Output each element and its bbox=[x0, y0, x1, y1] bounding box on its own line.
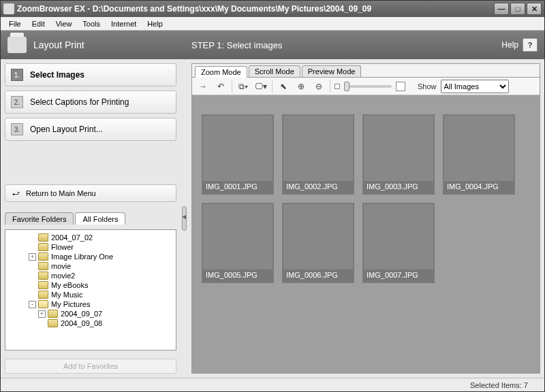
tree-item[interactable]: +Image Library One bbox=[10, 252, 174, 261]
folder-icon bbox=[38, 243, 48, 251]
tree-item-label: 2004_09_07 bbox=[61, 310, 102, 318]
thumbnail-image bbox=[364, 116, 433, 181]
tree-item[interactable]: movie2 bbox=[10, 271, 174, 280]
folder-icon bbox=[38, 233, 48, 242]
tree-item-label: movie bbox=[51, 262, 71, 270]
zoom-in-icon[interactable]: ⊕ bbox=[294, 80, 308, 93]
tree-spacer bbox=[29, 263, 36, 270]
folder-icon bbox=[38, 291, 48, 299]
help-label[interactable]: Help bbox=[501, 40, 518, 50]
window-title: ZoomBrowser EX - D:\Documents and Settin… bbox=[17, 4, 493, 14]
collapse-icon[interactable]: - bbox=[29, 301, 36, 308]
folder-tab[interactable]: Favorite Folders bbox=[5, 212, 74, 225]
titlebar[interactable]: ZoomBrowser EX - D:\Documents and Settin… bbox=[1, 1, 544, 17]
folder-icon bbox=[38, 300, 48, 308]
step-3-button[interactable]: 3.Open Layout Print... bbox=[5, 118, 176, 141]
tree-item[interactable]: 2004_09_08 bbox=[10, 318, 174, 328]
view-tab[interactable]: Scroll Mode bbox=[249, 65, 300, 77]
thumbnail-caption: IMG_0002.JPG bbox=[283, 181, 353, 193]
tree-item[interactable]: My eBooks bbox=[10, 280, 174, 290]
filter-select[interactable]: All Images bbox=[441, 80, 509, 93]
tree-item-label: My Pictures bbox=[51, 300, 90, 308]
add-to-favorites-button[interactable]: Add to Favorites bbox=[5, 359, 176, 374]
thumbnail[interactable]: IMG_0005.JPG bbox=[202, 203, 274, 283]
menu-tools[interactable]: Tools bbox=[77, 18, 106, 29]
maximize-button[interactable]: □ bbox=[510, 3, 525, 15]
thumbnail-image bbox=[444, 116, 514, 181]
expand-icon[interactable]: + bbox=[29, 253, 36, 261]
help-button[interactable]: ? bbox=[523, 38, 538, 52]
tree-spacer bbox=[38, 320, 46, 327]
close-button[interactable]: ✕ bbox=[527, 3, 542, 15]
tree-item-label: My Music bbox=[51, 291, 82, 299]
menu-help[interactable]: Help bbox=[142, 18, 168, 29]
select-tool-icon[interactable]: ⧉▾ bbox=[236, 80, 250, 93]
menu-view[interactable]: View bbox=[50, 18, 78, 29]
thumbnail[interactable]: IMG_0006.JPG bbox=[282, 203, 354, 283]
folder-tab[interactable]: All Folders bbox=[75, 212, 125, 225]
step-number: 3. bbox=[11, 123, 23, 135]
step-2-button[interactable]: 2.Select Captions for Printing bbox=[5, 91, 176, 114]
tree-item[interactable]: -My Pictures bbox=[10, 299, 174, 309]
thumbnail-caption: IMG_0006.JPG bbox=[283, 270, 353, 282]
thumbnail-image bbox=[203, 116, 272, 181]
tree-item-label: My eBooks bbox=[51, 281, 88, 289]
thumbnail-caption: IMG_0003.JPG bbox=[364, 181, 433, 193]
tree-item[interactable]: Flower bbox=[10, 242, 174, 252]
zoom-out-icon[interactable]: ⊖ bbox=[312, 80, 326, 93]
thumbnail-caption: IMG_0005.JPG bbox=[203, 270, 272, 282]
return-label: Return to Main Menu bbox=[26, 189, 96, 197]
view-mode-tabs: Zoom ModeScroll ModePreview Mode bbox=[192, 64, 540, 78]
view-tab[interactable]: Preview Mode bbox=[302, 65, 362, 77]
section-title: Layout Print bbox=[33, 39, 84, 50]
step-1-button[interactable]: 1.Select Images bbox=[5, 63, 176, 86]
folder-icon bbox=[38, 272, 48, 280]
expand-icon[interactable]: + bbox=[38, 310, 46, 318]
pointer-icon[interactable]: ⬉ bbox=[277, 80, 290, 93]
show-label: Show bbox=[418, 82, 437, 91]
selected-count: Selected Items: 7 bbox=[470, 381, 528, 389]
tree-item-label: 2004_07_02 bbox=[51, 233, 93, 242]
thumbnail-caption: IMG_0004.JPG bbox=[444, 181, 514, 193]
thumbnail[interactable]: IMG_0007.JPG bbox=[362, 203, 435, 283]
tree-spacer bbox=[29, 272, 36, 280]
thumbnail[interactable]: IMG_0004.JPG bbox=[443, 114, 515, 195]
thumbnail[interactable]: IMG_0002.JPG bbox=[282, 114, 354, 195]
tree-spacer bbox=[29, 291, 36, 299]
thumb-size-small-icon[interactable] bbox=[334, 84, 340, 89]
view-tab[interactable]: Zoom Mode bbox=[195, 66, 247, 78]
thumbnail-area[interactable]: IMG_0001.JPGIMG_0002.JPGIMG_0003.JPGIMG_… bbox=[192, 95, 540, 373]
step-label: Select Captions for Printing bbox=[30, 97, 129, 107]
main-body: 1.Select Images2.Select Captions for Pri… bbox=[1, 59, 544, 378]
up-icon[interactable]: ↶ bbox=[214, 80, 228, 93]
step-number: 2. bbox=[11, 96, 23, 108]
tree-item[interactable]: My Music bbox=[10, 290, 174, 299]
menu-edit[interactable]: Edit bbox=[27, 18, 50, 29]
thumbnail-image bbox=[203, 204, 272, 270]
forward-icon[interactable]: → bbox=[196, 80, 210, 93]
thumb-size-large-icon[interactable] bbox=[396, 82, 405, 91]
thumbnail-image bbox=[283, 116, 353, 181]
thumbnail-caption: IMG_0001.JPG bbox=[203, 181, 272, 193]
folder-tree-pane[interactable]: 2004_07_02Flower+Image Library Onemoviem… bbox=[5, 229, 176, 350]
tree-item-label: 2004_09_08 bbox=[61, 319, 102, 327]
menu-internet[interactable]: Internet bbox=[106, 18, 142, 29]
thumbnail[interactable]: IMG_0003.JPG bbox=[362, 114, 435, 195]
collapse-grip-icon[interactable] bbox=[182, 206, 187, 231]
panel-divider[interactable] bbox=[181, 63, 187, 374]
display-tool-icon[interactable]: 🖵▾ bbox=[254, 80, 268, 93]
minimize-button[interactable]: — bbox=[494, 3, 509, 15]
thumb-size-slider[interactable] bbox=[344, 85, 392, 88]
tree-item-label: Flower bbox=[51, 243, 74, 251]
app-window: ZoomBrowser EX - D:\Documents and Settin… bbox=[0, 0, 545, 392]
menu-file[interactable]: File bbox=[3, 18, 27, 29]
tree-item-label: Image Library One bbox=[51, 252, 113, 261]
step-number: 1. bbox=[11, 69, 23, 81]
tree-item[interactable]: 2004_07_02 bbox=[10, 233, 174, 242]
thumbnail[interactable]: IMG_0001.JPG bbox=[202, 114, 274, 195]
tree-item[interactable]: movie bbox=[10, 261, 174, 271]
return-main-menu-button[interactable]: ⮐ Return to Main Menu bbox=[5, 184, 176, 202]
tree-item[interactable]: +2004_09_07 bbox=[10, 309, 174, 318]
folder-icon bbox=[38, 281, 48, 289]
tree-spacer bbox=[29, 234, 36, 242]
